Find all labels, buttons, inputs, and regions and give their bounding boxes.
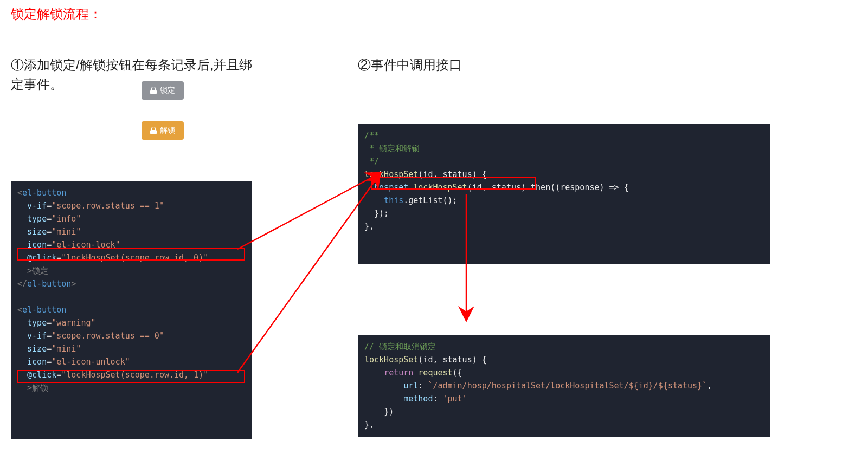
code-component-method: /** * 锁定和解锁 */ lockHospSet(id, status) {… bbox=[358, 123, 770, 264]
unlock-icon bbox=[150, 127, 157, 134]
step2-heading: ②事件中调用接口 bbox=[358, 55, 770, 75]
button-demo: 锁定 解锁 bbox=[119, 81, 206, 140]
lock-icon bbox=[150, 87, 157, 94]
code-template: <el-button v-if="scope.row.status == 1" … bbox=[11, 181, 252, 439]
unlock-button-label: 解锁 bbox=[160, 126, 175, 135]
lock-button-label: 锁定 bbox=[160, 86, 175, 95]
lock-button-demo[interactable]: 锁定 bbox=[142, 81, 184, 100]
unlock-button-demo[interactable]: 解锁 bbox=[142, 121, 184, 140]
page-title: 锁定解锁流程： bbox=[11, 5, 857, 23]
code-api-method: // 锁定和取消锁定 lockHospSet(id, status) { ret… bbox=[358, 335, 770, 437]
